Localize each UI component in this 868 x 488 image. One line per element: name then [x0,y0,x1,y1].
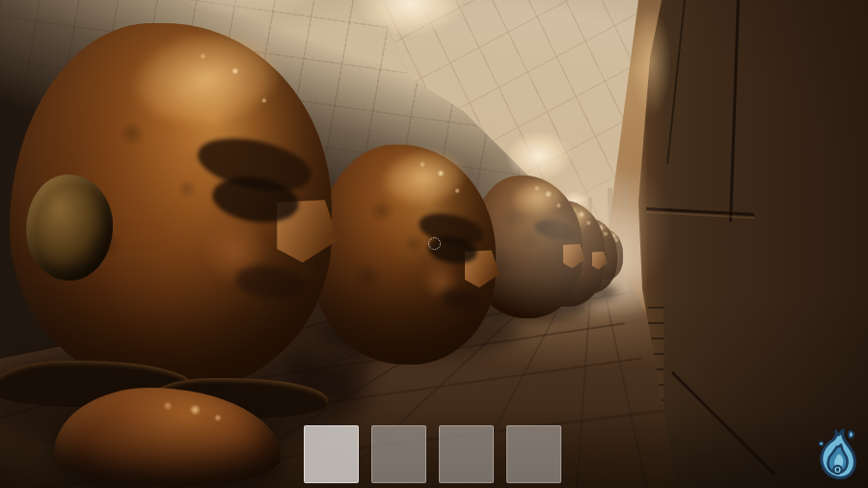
wall-crack [729,0,740,222]
wall-crack [666,0,686,163]
statue-head-1 [10,23,332,392]
hotbar-slot-2[interactable] [371,425,426,483]
hotbar-slot-1[interactable] [304,425,359,483]
statue-eye-shadow [210,172,303,228]
far-doorway-pillar [623,181,628,292]
statue-nose [592,252,608,270]
game-viewport[interactable] [0,0,868,488]
blue-flame-icon[interactable] [813,426,863,482]
crosshair-ring [428,237,441,250]
hotbar [304,425,561,483]
statue-brow [533,217,578,244]
statue-cheek-highlight [415,255,466,308]
near-right-wall [637,0,868,488]
statue-nose [465,250,500,287]
statue-brow [193,129,316,201]
wall-crack [671,371,775,475]
hotbar-slot-3[interactable] [439,425,494,483]
hotbar-slot-4[interactable] [506,425,561,483]
statue-ear [26,175,113,282]
statue-brow [417,208,487,250]
statue-mouth-shadow [233,261,309,304]
statue-mouth-shadow [440,287,482,312]
statue-head-2 [312,145,496,365]
statue-nose [563,244,584,268]
statue-nose [277,200,338,262]
statue-cheek-highlight [190,207,281,296]
